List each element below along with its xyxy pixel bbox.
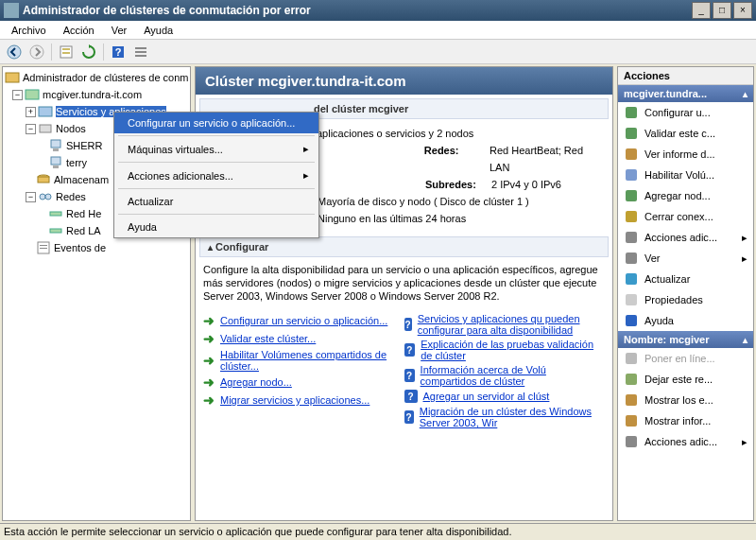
action-item[interactable]: Ver informe d... (618, 144, 753, 165)
refresh-button[interactable] (78, 42, 99, 62)
config-link-help[interactable]: ?Servicios y aplicaciones qu pueden conf… (404, 313, 606, 336)
action-item[interactable]: Cerrar conex... (618, 206, 753, 227)
app-icon (4, 3, 19, 18)
close-button[interactable]: × (733, 2, 752, 19)
action-icon (624, 105, 639, 120)
action-icon (624, 126, 639, 141)
config-link-help[interactable]: ?Explicación de las pruebas validación d… (404, 339, 606, 361)
configure-desc: Configure la alta disponibilidad para un… (203, 263, 605, 303)
content-title: Clúster mcgiver.tundra-it.com (196, 67, 612, 95)
help-icon: ? (404, 343, 416, 357)
svg-rect-40 (626, 394, 637, 406)
arrow-icon: ➜ (203, 353, 215, 368)
actions-header: Acciones (618, 67, 753, 85)
menu-ayuda[interactable]: Ayuda (136, 23, 180, 38)
svg-rect-35 (626, 273, 637, 285)
svg-rect-33 (626, 232, 637, 243)
action-item[interactable]: Actualizar (618, 269, 753, 289)
action-icon (624, 209, 639, 224)
config-link-help[interactable]: ?Información acerca de Volú compartidos … (404, 364, 606, 387)
config-link-help[interactable]: ?Agregar un servidor al clúst (404, 390, 606, 403)
actions-list-2: Poner en líne...Dejar este re...Mostrar … (618, 348, 753, 452)
menu-archivo[interactable]: Archivo (4, 23, 54, 38)
action-item[interactable]: Mostrar los e... (618, 390, 753, 410)
svg-rect-37 (626, 315, 637, 326)
context-virtual-machines[interactable]: Máquinas virtuales...▸ (114, 138, 318, 160)
properties-button[interactable] (56, 42, 77, 62)
svg-rect-39 (626, 374, 637, 385)
config-link-action[interactable]: ➜Agregar nodo... (203, 375, 404, 390)
action-icon (624, 251, 639, 266)
action-icon (624, 292, 639, 307)
config-link-action[interactable]: ➜Configurar un servicio o aplicación... (203, 313, 404, 328)
svg-rect-41 (626, 415, 637, 427)
svg-rect-4 (62, 52, 70, 54)
action-item[interactable]: Configurar u... (618, 102, 753, 123)
action-item[interactable]: Validar este c... (618, 123, 753, 144)
action-item[interactable]: Propiedades (618, 289, 753, 310)
action-item[interactable]: Ayuda (618, 310, 753, 331)
action-item[interactable]: Agregar nod... (618, 185, 753, 206)
menu-accion[interactable]: Acción (56, 23, 102, 38)
svg-rect-30 (626, 169, 637, 181)
actions-group-cluster[interactable]: mcgiver.tundra...▴ (618, 85, 753, 102)
action-icon (624, 188, 639, 203)
action-item[interactable]: Dejar este re... (618, 369, 753, 390)
action-item[interactable]: Mostrar infor... (618, 410, 753, 431)
context-configure-service[interactable]: Configurar un servicio o aplicación... (114, 113, 318, 133)
action-icon (624, 271, 639, 287)
action-item[interactable]: Acciones adic...▸ (618, 431, 753, 452)
context-additional-actions[interactable]: Acciones adicionales...▸ (114, 165, 318, 186)
menu-ver[interactable]: Ver (104, 23, 135, 38)
tree-events[interactable]: Eventos de (3, 239, 190, 256)
help-button[interactable]: ? (108, 42, 129, 62)
context-help[interactable]: Ayuda (114, 217, 318, 237)
action-icon (624, 372, 639, 387)
actions-group-name[interactable]: Nombre: mcgiver▴ (618, 331, 753, 348)
config-link-action[interactable]: ➜Validar este clúster... (203, 331, 404, 346)
action-icon (624, 351, 639, 366)
svg-rect-16 (51, 157, 60, 165)
window-title: Administrador de clústeres de conmutació… (23, 4, 311, 17)
arrow-icon: ➜ (203, 313, 215, 328)
svg-text:?: ? (115, 46, 122, 58)
menu-bar: Archivo Acción Ver Ayuda (0, 21, 756, 40)
back-button[interactable] (4, 42, 25, 62)
action-item[interactable]: Acciones adic...▸ (618, 227, 753, 248)
config-link-action[interactable]: ➜Habilitar Volúmenes compartidos de clús… (203, 349, 404, 372)
forward-button[interactable] (26, 42, 47, 62)
svg-rect-23 (50, 229, 61, 233)
svg-rect-11 (26, 90, 39, 99)
action-item[interactable]: Ver▸ (618, 248, 753, 269)
context-refresh[interactable]: Actualizar (114, 191, 318, 212)
svg-point-0 (8, 45, 21, 59)
help-icon: ? (404, 369, 415, 382)
svg-rect-34 (626, 253, 637, 264)
maximize-button[interactable]: □ (713, 2, 731, 19)
config-link-help[interactable]: ?Migración de un clúster des Windows Ser… (404, 406, 606, 428)
svg-point-21 (45, 194, 51, 200)
status-bar: Esta acción le permite seleccionar un se… (0, 523, 756, 540)
svg-rect-19 (38, 177, 49, 183)
svg-rect-26 (40, 248, 47, 249)
action-icon (624, 313, 639, 328)
tree-cluster[interactable]: −mcgiver.tundra-it.com (3, 86, 190, 103)
tree-root[interactable]: Administrador de clústeres de conm (3, 69, 190, 86)
svg-rect-8 (135, 51, 146, 53)
svg-rect-32 (626, 211, 637, 222)
svg-rect-31 (626, 190, 637, 201)
svg-rect-27 (626, 107, 637, 118)
context-menu: Configurar un servicio o aplicación... M… (113, 112, 319, 238)
configure-header[interactable]: ▴ Configurar (199, 236, 609, 257)
list-button[interactable] (130, 42, 151, 62)
configure-body: Configure la alta disponibilidad para un… (196, 257, 612, 437)
minimize-button[interactable]: _ (692, 2, 711, 19)
svg-rect-3 (62, 48, 70, 50)
action-item: Poner en líne... (618, 348, 753, 369)
action-icon (624, 230, 639, 245)
svg-rect-15 (53, 148, 59, 151)
action-item[interactable]: Habilitar Volú... (618, 165, 753, 185)
action-icon (624, 434, 639, 449)
config-link-action[interactable]: ➜Migrar servicios y aplicaciones... (203, 392, 404, 408)
action-icon (624, 413, 639, 428)
